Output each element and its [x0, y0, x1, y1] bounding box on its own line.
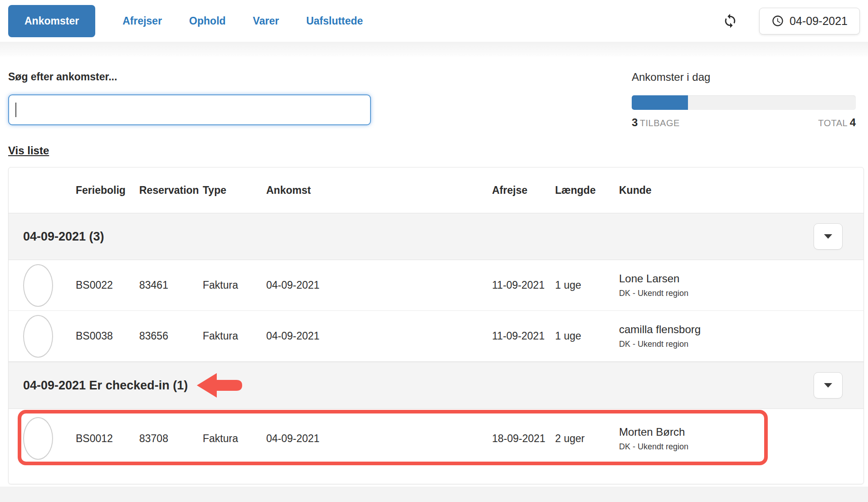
tab-uafsluttede[interactable]: Uafsluttede [306, 15, 363, 27]
kunde-region: DK - Ukendt region [619, 288, 863, 299]
tab-list: Ankomster Afrejser Ophold Varer Uafslutt… [8, 5, 363, 37]
header-ankomst: Ankomst [258, 184, 484, 197]
cell-kunde: Lone Larsen DK - Ukendt region [611, 272, 863, 299]
cell-type: Faktura [195, 279, 258, 291]
header-laengde: Længde [547, 184, 611, 197]
table-row[interactable]: BS0038 83656 Faktura 04-09-2021 11-09-20… [9, 311, 863, 362]
highlighted-row-wrapper: BS0012 83708 Faktura 04-09-2021 18-09-20… [9, 409, 863, 468]
chevron-down-icon [824, 234, 832, 239]
tab-varer[interactable]: Varer [253, 15, 279, 27]
search-label: Søg efter ankomster... [8, 71, 117, 83]
topbar-right-controls: 04-09-2021 [721, 8, 860, 34]
table-header-row: Feriebolig Reservation Type Ankomst Afre… [9, 167, 863, 213]
date-picker-button[interactable]: 04-09-2021 [759, 8, 860, 34]
text-cursor [15, 103, 16, 117]
cell-afrejse: 11-09-2021 [484, 330, 547, 342]
row-select-circle[interactable] [23, 264, 53, 307]
header-reservation: Reservation [131, 184, 195, 197]
kunde-name: Lone Larsen [619, 272, 863, 285]
cell-laengde: 1 uge [547, 330, 611, 342]
date-picker-value: 04-09-2021 [790, 15, 848, 28]
search-input[interactable] [8, 94, 371, 125]
refresh-icon[interactable] [721, 12, 739, 30]
total-count: TOTAL 4 [818, 116, 856, 129]
remaining-count: 3 TILBAGE [632, 116, 680, 129]
cell-laengde: 1 uge [547, 279, 611, 291]
table-row-checked-in[interactable]: BS0012 83708 Faktura 04-09-2021 18-09-20… [9, 409, 863, 468]
kunde-region: DK - Ukendt region [619, 442, 863, 452]
group-1-collapse-button[interactable] [814, 223, 843, 250]
group-2-title: 04-09-2021 Er checked-in (1) [23, 379, 188, 393]
tab-afrejser[interactable]: Afrejser [122, 15, 162, 27]
cell-feriebolig: BS0038 [68, 330, 131, 342]
arrivals-today-title: Ankomster i dag [632, 71, 856, 84]
cell-afrejse: 11-09-2021 [484, 279, 547, 291]
group-header-1: 04-09-2021 (3) [9, 213, 863, 260]
cell-type: Faktura [195, 330, 258, 342]
header-type: Type [195, 184, 258, 197]
chevron-down-icon [824, 383, 832, 388]
cell-reservation: 83708 [131, 433, 195, 445]
kunde-name: Morten Børch [619, 425, 863, 439]
kunde-region: DK - Ukendt region [619, 339, 863, 349]
progress-footer: 3 TILBAGE TOTAL 4 [632, 116, 856, 129]
progress-fill [632, 95, 688, 110]
cell-ankomst: 04-09-2021 [258, 433, 484, 445]
arrivals-today-widget: Ankomster i dag 3 TILBAGE TOTAL 4 [632, 71, 856, 129]
page-bottom-background [0, 487, 868, 502]
clock-icon [771, 15, 784, 27]
group-1-title: 04-09-2021 (3) [23, 230, 104, 244]
arrivals-progress-bar [632, 95, 856, 110]
header-kunde: Kunde [611, 184, 863, 197]
vis-liste-link[interactable]: Vis liste [8, 144, 49, 157]
cell-afrejse: 18-09-2021 [484, 433, 547, 445]
tab-ophold[interactable]: Ophold [189, 15, 225, 27]
group-2-collapse-button[interactable] [814, 372, 843, 399]
cell-feriebolig: BS0012 [68, 433, 131, 445]
cell-ankomst: 04-09-2021 [258, 279, 484, 291]
header-feriebolig: Feriebolig [68, 184, 131, 197]
topbar-divider [0, 42, 868, 56]
cell-kunde: Morten Børch DK - Ukendt region [611, 425, 863, 452]
row-select-circle[interactable] [23, 315, 53, 358]
table-row[interactable]: BS0022 83461 Faktura 04-09-2021 11-09-20… [9, 260, 863, 311]
cell-reservation: 83656 [131, 330, 195, 342]
tab-ankomster[interactable]: Ankomster [8, 5, 95, 37]
top-tab-bar: Ankomster Afrejser Ophold Varer Uafslutt… [0, 0, 868, 42]
arrivals-table: Feriebolig Reservation Type Ankomst Afre… [8, 167, 864, 484]
cell-type: Faktura [195, 433, 258, 445]
cell-ankomst: 04-09-2021 [258, 330, 484, 342]
cell-reservation: 83461 [131, 279, 195, 291]
cell-laengde: 2 uger [547, 433, 611, 445]
cell-feriebolig: BS0022 [68, 279, 131, 291]
booking-app-page: Ankomster Afrejser Ophold Varer Uafslutt… [0, 0, 868, 502]
group-header-2: 04-09-2021 Er checked-in (1) [9, 362, 863, 409]
kunde-name: camilla flensborg [619, 323, 863, 336]
header-afrejse: Afrejse [484, 184, 547, 197]
cell-kunde: camilla flensborg DK - Ukendt region [611, 323, 863, 349]
red-annotation-arrow-icon [197, 372, 242, 399]
row-select-circle[interactable] [23, 417, 53, 460]
